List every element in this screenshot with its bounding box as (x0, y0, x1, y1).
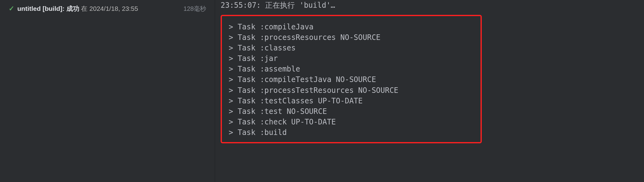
build-status: 成功 (66, 5, 79, 12)
console-task-line: > Task :compileJava (229, 22, 474, 32)
console-task-line: > Task :test NO-SOURCE (229, 106, 474, 117)
console-task-line: > Task :processTestResources NO-SOURCE (229, 85, 474, 96)
console-header-line: 23:55:07: 正在执行 'build'… (221, 0, 638, 11)
console-task-block: > Task :compileJava> Task :processResour… (221, 15, 482, 143)
console-task-line: > Task :jar (229, 53, 474, 64)
build-tree-row[interactable]: ✓ untitled [build]: 成功 在 2024/1/18, 23:5… (6, 3, 209, 14)
build-row-left: ✓ untitled [build]: 成功 在 2024/1/18, 23:5… (9, 4, 138, 13)
build-title: untitled [build]: (17, 5, 65, 12)
console-task-line: > Task :build (229, 127, 474, 138)
console-task-line: > Task :assemble (229, 64, 474, 74)
console-task-line: > Task :check UP-TO-DATE (229, 117, 474, 127)
build-timestamp-prefix: 在 (81, 5, 87, 12)
build-timestamp: 2024/1/18, 23:55 (89, 5, 138, 12)
console-task-line: > Task :classes (229, 43, 474, 53)
build-row-text: untitled [build]: 成功 在 2024/1/18, 23:55 (17, 4, 138, 13)
console-task-line: > Task :testClasses UP-TO-DATE (229, 96, 474, 106)
console-task-line: > Task :compileTestJava NO-SOURCE (229, 74, 474, 85)
build-tree-panel: ✓ untitled [build]: 成功 在 2024/1/18, 23:5… (0, 0, 215, 182)
build-duration: 128毫秒 (184, 5, 206, 13)
console-task-line: > Task :processResources NO-SOURCE (229, 32, 474, 43)
success-check-icon: ✓ (9, 5, 14, 13)
build-console-panel[interactable]: 23:55:07: 正在执行 'build'… > Task :compileJ… (215, 0, 644, 182)
